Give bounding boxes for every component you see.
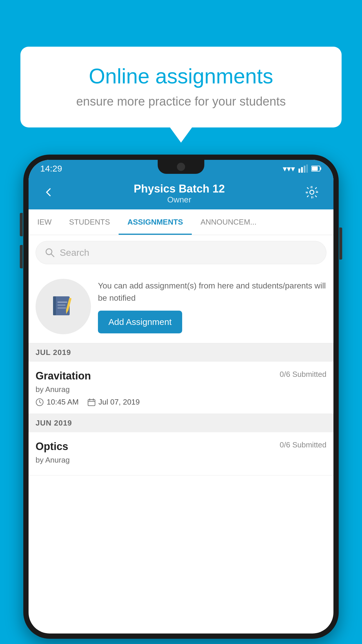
clock-icon — [36, 398, 44, 406]
svg-line-19 — [40, 402, 41, 403]
svg-point-7 — [310, 190, 314, 194]
phone-camera — [177, 163, 185, 171]
promo-content: You can add assignment(s) from here and … — [98, 280, 326, 333]
settings-button[interactable] — [302, 182, 322, 205]
tabs-container: IEW STUDENTS ASSIGNMENTS ANNOUNCEM... — [29, 209, 333, 235]
signal-icon — [298, 164, 308, 173]
speech-bubble-title: Online assignments — [41, 64, 321, 88]
assignment-date-gravitation: Jul 07, 2019 — [87, 398, 140, 407]
assignment-meta-gravitation: 10:45 AM Jul 07, 2019 — [36, 398, 326, 407]
svg-rect-12 — [57, 302, 67, 303]
speech-bubble: Online assignments ensure more practice … — [20, 47, 342, 127]
assignment-time-gravitation: 10:45 AM — [36, 398, 79, 407]
section-header-jun-2019: JUN 2019 — [29, 414, 333, 432]
phone-container: 14:29 ▾▾▾ — [23, 155, 339, 644]
svg-rect-6 — [320, 167, 321, 170]
assignment-author-gravitation: by Anurag — [36, 385, 326, 394]
tab-announcements[interactable]: ANNOUNCEM... — [192, 209, 333, 235]
speech-bubble-subtitle: ensure more practice for your students — [41, 94, 321, 108]
notebook-icon — [50, 293, 76, 320]
svg-rect-3 — [306, 164, 308, 173]
app-bar-subtitle: Owner — [134, 195, 225, 204]
svg-rect-2 — [304, 166, 305, 173]
promo-icon-circle — [36, 279, 91, 334]
status-time: 14:29 — [40, 164, 62, 174]
assignment-title-gravitation: Gravitation — [36, 370, 91, 382]
svg-rect-11 — [53, 296, 56, 315]
svg-rect-1 — [301, 167, 303, 173]
wifi-icon: ▾▾▾ — [283, 164, 295, 174]
speech-bubble-container: Online assignments ensure more practice … — [20, 47, 342, 127]
add-assignment-button[interactable]: Add Assignment — [98, 311, 182, 333]
volume-down-button[interactable] — [20, 245, 23, 268]
assignment-title-optics: Optics — [36, 440, 68, 453]
assignment-item-optics[interactable]: Optics 0/6 Submitted by Anurag — [29, 432, 333, 475]
svg-rect-0 — [298, 169, 300, 173]
app-bar: Physics Batch 12 Owner — [29, 177, 333, 209]
assignment-header-gravitation: Gravitation 0/6 Submitted — [36, 370, 326, 382]
status-icons: ▾▾▾ — [283, 164, 322, 174]
assignment-header-optics: Optics 0/6 Submitted — [36, 440, 326, 453]
svg-rect-5 — [312, 167, 318, 171]
assignment-submitted-optics: 0/6 Submitted — [280, 440, 326, 449]
svg-rect-14 — [57, 307, 66, 309]
assignment-item-gravitation[interactable]: Gravitation 0/6 Submitted by Anurag 10:4… — [29, 362, 333, 414]
power-button[interactable] — [339, 228, 342, 260]
svg-rect-13 — [57, 304, 66, 306]
battery-icon — [311, 165, 322, 172]
calendar-icon — [87, 398, 96, 406]
svg-line-9 — [51, 254, 54, 257]
svg-rect-20 — [88, 400, 95, 406]
search-container: Search — [29, 235, 333, 270]
promo-text: You can add assignment(s) from here and … — [98, 280, 326, 304]
tab-students[interactable]: STUDENTS — [60, 209, 119, 235]
app-bar-center: Physics Batch 12 Owner — [134, 183, 225, 204]
tab-assignments[interactable]: ASSIGNMENTS — [119, 209, 192, 235]
phone-frame: 14:29 ▾▾▾ — [23, 155, 339, 639]
assignment-author-optics: by Anurag — [36, 456, 326, 465]
search-bar[interactable]: Search — [36, 241, 326, 264]
section-header-jul-2019: JUL 2019 — [29, 343, 333, 362]
tab-iew[interactable]: IEW — [29, 209, 60, 235]
assignment-submitted-gravitation: 0/6 Submitted — [280, 370, 326, 379]
search-placeholder: Search — [60, 247, 89, 258]
volume-up-button[interactable] — [20, 213, 23, 236]
search-icon — [45, 247, 55, 258]
back-button[interactable] — [40, 183, 57, 203]
add-assignment-promo: You can add assignment(s) from here and … — [29, 270, 333, 343]
app-bar-title: Physics Batch 12 — [134, 183, 225, 195]
phone-screen: 14:29 ▾▾▾ — [29, 160, 333, 634]
